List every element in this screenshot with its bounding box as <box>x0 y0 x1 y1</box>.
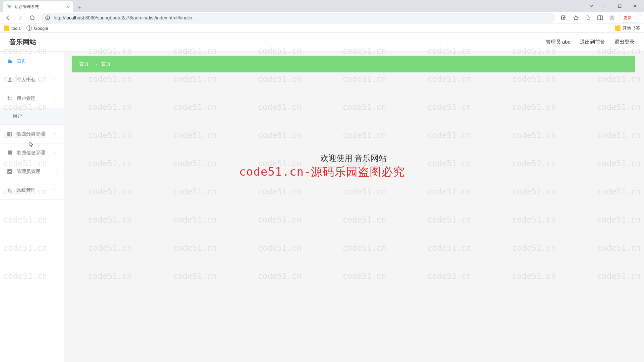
sidebar-item-system-mgmt[interactable]: 系统管理 ﹀ <box>0 181 64 200</box>
chevron-down-icon: ﹀ <box>53 150 57 156</box>
sidebar-item-label: 歌曲分类管理 <box>17 131 45 137</box>
sidebar-item-label: 系统管理 <box>17 187 36 193</box>
svg-rect-11 <box>9 133 10 135</box>
bookmark-google[interactable]: Google <box>26 25 48 31</box>
sidebar-item-label: 用户管理 <box>17 96 36 102</box>
svg-rect-0 <box>618 5 621 7</box>
update-label: 更新 <box>623 15 632 21</box>
nav-back-button[interactable] <box>3 12 13 23</box>
user-icon <box>7 77 13 83</box>
menu-dots-icon: ⋮ <box>634 15 638 20</box>
header-user-label[interactable]: 管理员 abo <box>546 39 571 45</box>
bookmark-label: 其他书签 <box>623 25 640 31</box>
welcome-heading: 欢迎使用 音乐网站 <box>72 153 635 164</box>
arrow-right-icon: → <box>92 61 98 68</box>
svg-rect-13 <box>7 135 9 136</box>
address-bar[interactable]: http://localhost:8080/springboote2a78/ad… <box>41 13 555 23</box>
svg-rect-16 <box>8 150 12 155</box>
chart-box-icon <box>7 169 13 175</box>
share-icon[interactable] <box>558 12 569 23</box>
sidebar: 首页 个人中心 ﹀ 用户管理 ︿ 用户 歌曲分类管理 ﹀ 歌 <box>0 52 64 362</box>
bookmark-other[interactable]: 其他书签 <box>615 25 640 31</box>
chevron-down-icon: ﹀ <box>53 77 57 82</box>
chevron-up-icon: ︿ <box>53 96 57 101</box>
grid-icon <box>7 131 13 137</box>
home-icon <box>7 58 13 64</box>
svg-point-6 <box>9 78 11 80</box>
sidebar-item-label: 歌曲信息管理 <box>17 150 45 156</box>
folder-icon <box>615 25 621 31</box>
svg-rect-8 <box>9 132 10 133</box>
svg-rect-14 <box>9 135 10 136</box>
header-exit-front-button[interactable]: 退出到前台 <box>580 39 605 45</box>
bookmarks-bar: tools Google 其他书签 <box>0 23 644 33</box>
vue-favicon-icon <box>7 4 12 9</box>
person-pin-icon <box>7 150 13 156</box>
browser-chrome: 后台管理系统 × + http://localhost:8080/springb… <box>0 0 644 33</box>
chevron-down-icon: ﹀ <box>53 187 57 193</box>
app-header: 音乐网站 管理员 abo 退出到前台 退出登录 <box>0 33 644 52</box>
breadcrumb-root[interactable]: 首页 <box>79 61 89 67</box>
tab-title: 后台管理系统 <box>15 4 66 10</box>
main-content: 首页 → 首页 欢迎使用 音乐网站 <box>64 52 644 362</box>
bell-off-icon <box>7 187 13 193</box>
breadcrumb: 首页 → 首页 <box>72 56 635 72</box>
bookmark-label: Google <box>34 26 48 31</box>
close-tab-icon[interactable]: × <box>66 4 69 9</box>
svg-rect-7 <box>7 132 9 133</box>
browser-toolbar: http://localhost:8080/springboote2a78/ad… <box>0 12 644 23</box>
nav-forward-button <box>15 12 25 23</box>
reload-button[interactable] <box>27 12 38 23</box>
header-logout-button[interactable]: 退出登录 <box>614 39 635 45</box>
tab-strip: 后台管理系统 × + <box>0 0 644 12</box>
tab-search-icon[interactable] <box>586 1 596 11</box>
sidebar-item-profile[interactable]: 个人中心 ﹀ <box>0 70 64 89</box>
browser-update-button[interactable]: 更新 ⋮ <box>619 13 641 23</box>
sidebar-item-song-info[interactable]: 歌曲信息管理 ﹀ <box>0 143 64 162</box>
svg-rect-10 <box>7 133 9 135</box>
url-text: http://localhost:8080/springboote2a78/ad… <box>54 15 193 20</box>
breadcrumb-current: 首页 <box>101 61 111 67</box>
sidebar-item-user-mgmt[interactable]: 用户管理 ︿ <box>0 89 64 108</box>
bookmark-star-icon[interactable] <box>571 12 581 23</box>
new-tab-button[interactable]: + <box>75 3 85 12</box>
window-controls <box>586 0 644 12</box>
folder-icon <box>4 25 9 31</box>
maximize-button[interactable] <box>612 1 627 11</box>
extensions-icon[interactable] <box>583 12 593 23</box>
app-title: 音乐网站 <box>9 38 36 47</box>
sidebar-item-label: 管理员管理 <box>17 169 40 175</box>
svg-rect-15 <box>11 135 12 136</box>
profile-avatar-icon[interactable] <box>607 12 618 23</box>
sidebar-item-label: 个人中心 <box>17 77 36 83</box>
sidebar-item-song-category[interactable]: 歌曲分类管理 ﹀ <box>0 125 64 143</box>
svg-rect-9 <box>11 132 12 133</box>
chevron-down-icon: ﹀ <box>53 131 57 137</box>
bookmark-label: tools <box>11 26 20 31</box>
bookmark-tools[interactable]: tools <box>4 25 20 31</box>
sidebar-subitem-user[interactable]: 用户 <box>0 108 64 125</box>
chevron-down-icon: ﹀ <box>53 169 57 174</box>
close-window-button[interactable] <box>627 1 643 11</box>
browser-tab[interactable]: 后台管理系统 × <box>3 1 73 12</box>
site-info-icon[interactable] <box>45 15 50 20</box>
minimize-button[interactable] <box>596 1 612 11</box>
sidebar-item-label: 用户 <box>13 113 22 119</box>
sidebar-item-admin-mgmt[interactable]: 管理员管理 ﹀ <box>0 162 64 181</box>
svg-rect-12 <box>11 133 12 135</box>
sidebar-item-label: 首页 <box>17 58 26 64</box>
svg-rect-3 <box>598 16 602 20</box>
globe-icon <box>26 25 32 31</box>
sidepanel-icon[interactable] <box>595 12 605 23</box>
sidebar-item-home[interactable]: 首页 <box>0 52 64 70</box>
crop-icon <box>7 96 13 102</box>
app-viewport: 音乐网站 管理员 abo 退出到前台 退出登录 首页 个人中心 ﹀ 用户管理 ︿… <box>0 33 644 362</box>
